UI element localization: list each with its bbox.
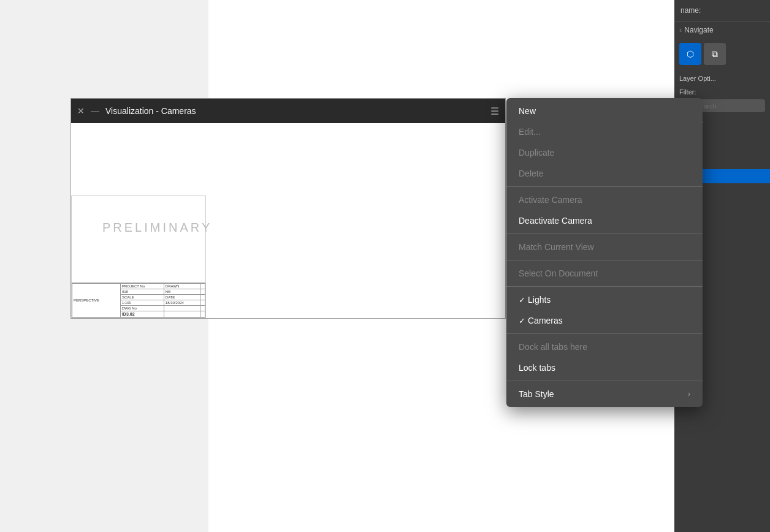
submenu-arrow-icon: › [688, 390, 690, 398]
menu-item-new[interactable]: New [506, 101, 703, 121]
menu-item-deactivate-camera[interactable]: Deactivate Camera [506, 210, 703, 231]
scale-value: 1:100 [120, 300, 164, 306]
navigate-label: Navigate [684, 26, 713, 34]
layers-icon: ⧉ [712, 49, 718, 59]
drawn-label: DRAWN [164, 284, 200, 289]
menu-item-edit: Edit... [506, 121, 703, 142]
scale-label: SCALE [120, 295, 164, 300]
lights-checkmark: ✓ [519, 295, 525, 305]
menu-item-lock-tabs[interactable]: Lock tabs [506, 357, 703, 378]
drawn-value: NB [164, 289, 200, 295]
date-value: 18/10/2024 [164, 300, 200, 306]
menu-button[interactable]: ☰ [490, 105, 499, 117]
project-label: PROJECT No [120, 284, 164, 289]
menu-item-lights[interactable]: ✓ Lights [506, 289, 703, 310]
sidebar-navigate-row: ‹ Navigate [674, 21, 770, 38]
layer-options-section: Layer Opti... [674, 70, 770, 87]
viz-titlebar: ✕ — Visualization - Cameras ☰ [71, 99, 505, 123]
menu-item-delete: Delete [506, 163, 703, 184]
separator-1 [506, 186, 703, 187]
minimize-button[interactable]: — [91, 106, 99, 116]
drawing-content: PRELIMINARY PERSPECTIVE PROJECT No DRAWN… [71, 196, 206, 318]
date-label: DATE [164, 295, 200, 300]
close-button[interactable]: ✕ [77, 106, 85, 116]
window-title: Visualization - Cameras [105, 106, 484, 116]
nodes-icon: ⬡ [687, 49, 694, 59]
menu-item-tab-style[interactable]: Tab Style › [506, 384, 703, 405]
menu-item-activate-camera: Activate Camera [506, 189, 703, 210]
menu-item-match-current-view: Match Current View [506, 237, 703, 257]
sidebar-nav-icons: ⬡ ⧉ [674, 38, 770, 70]
layers-icon-button[interactable]: ⧉ [704, 43, 726, 65]
filter-label: Filter: [679, 88, 696, 96]
context-menu: New Edit... Duplicate Delete Activate Ca… [506, 98, 703, 407]
separator-6 [506, 381, 703, 381]
menu-item-select-on-document: Select On Document [506, 263, 703, 284]
visualization-window: ✕ — Visualization - Cameras ☰ PRELIMINAR… [71, 98, 506, 319]
project-value: 018 [120, 289, 164, 295]
separator-5 [506, 333, 703, 334]
dwg-value: ID3.02 [120, 311, 164, 317]
separator-3 [506, 260, 703, 260]
search-input[interactable] [695, 102, 744, 110]
nodes-icon-button[interactable]: ⬡ [679, 43, 701, 65]
menu-item-duplicate: Duplicate [506, 142, 703, 163]
separator-2 [506, 234, 703, 234]
dwg-label: DWG No [120, 306, 164, 311]
sidebar-name-header: name: [674, 0, 770, 21]
menu-item-cameras[interactable]: ✓ Cameras [506, 310, 703, 331]
menu-item-dock-all-tabs: Dock all tabs here [506, 336, 703, 357]
viz-content: PRELIMINARY PERSPECTIVE PROJECT No DRAWN… [71, 123, 505, 318]
filter-row: Filter: [674, 87, 770, 97]
watermark: PRELIMINARY [102, 221, 212, 235]
separator-4 [506, 286, 703, 287]
cameras-checkmark: ✓ [519, 316, 525, 325]
navigate-back-icon[interactable]: ‹ [679, 25, 682, 34]
perspective-label: PERSPECTIVE [72, 284, 121, 317]
